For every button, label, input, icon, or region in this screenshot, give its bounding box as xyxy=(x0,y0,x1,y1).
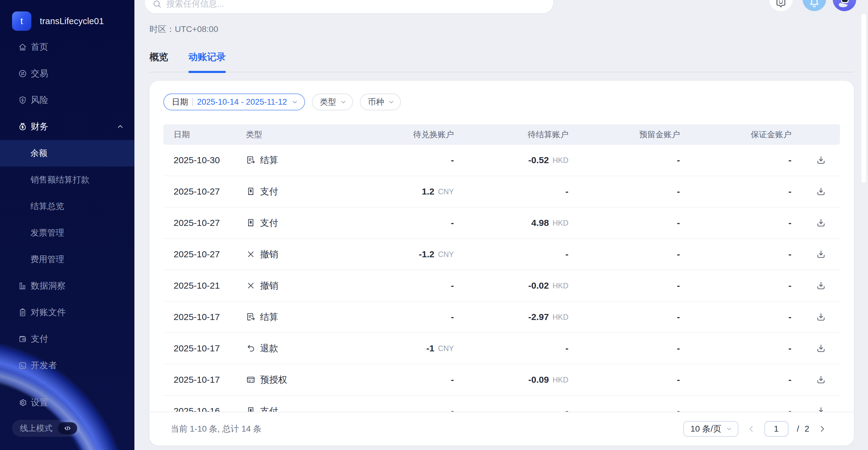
pagination: 10 条/页 / 2 xyxy=(683,421,827,437)
scrollbar-thumb[interactable] xyxy=(861,14,866,183)
cell-date: 2025-10-17 xyxy=(163,312,245,322)
tab-overview[interactable]: 概览 xyxy=(150,51,168,72)
online-mode-label: 线上模式 xyxy=(20,423,53,434)
currency-code: HKD xyxy=(553,156,568,165)
download-icon[interactable] xyxy=(816,155,826,165)
type-label: 支付 xyxy=(260,405,278,412)
download-icon[interactable] xyxy=(816,312,826,322)
sidebar-item-developer[interactable]: 开发者 xyxy=(0,352,134,379)
money-bag-icon xyxy=(18,122,27,131)
currency-filter[interactable]: 币种 xyxy=(360,93,401,110)
tab-account-movements[interactable]: 动账记录 xyxy=(188,51,226,72)
sidebar-item-fee-management[interactable]: 费用管理 xyxy=(0,246,134,273)
table-body: 2025-10-30 结算 - -0.52HKD - - 2025-10-27 … xyxy=(163,145,840,412)
sidebar-item-finance[interactable]: 财务 xyxy=(0,113,134,140)
table-row: 2025-10-27 撤销 -1.2CNY - - - xyxy=(163,239,840,270)
chevron-down-icon xyxy=(726,426,733,432)
payment-icon xyxy=(246,187,255,196)
download-icon[interactable] xyxy=(816,218,826,228)
page-size-select[interactable]: 10 条/页 xyxy=(683,421,738,437)
sidebar-item-label: 风险 xyxy=(31,94,48,106)
next-page-icon[interactable] xyxy=(818,424,827,433)
notifications-button[interactable] xyxy=(803,0,826,11)
currency-code: CNY xyxy=(438,250,454,259)
download-icon[interactable] xyxy=(816,280,826,291)
prev-page-icon[interactable] xyxy=(747,424,756,433)
col-header-settle-account: 待结算账户 xyxy=(456,129,570,140)
type-label: 撤销 xyxy=(260,279,278,292)
clipboard-icon xyxy=(18,308,27,317)
sidebar-item-label: 数据洞察 xyxy=(31,280,66,292)
settlement-icon xyxy=(246,155,255,165)
table-header: 日期 类型 待兑换账户 待结算账户 预留金账户 保证金账户 xyxy=(163,124,840,145)
type-label: 支付 xyxy=(260,217,278,229)
table-row-partial: 2025-10-16 支付 - - - - xyxy=(163,396,840,412)
search-input[interactable] xyxy=(166,0,546,9)
download-icon[interactable] xyxy=(816,374,826,385)
sidebar-item-data-insights[interactable]: 数据洞察 xyxy=(0,273,134,299)
currency-code: HKD xyxy=(553,313,568,322)
download-icon[interactable] xyxy=(816,186,826,197)
page-total: / 2 xyxy=(797,424,809,434)
sidebar-item-invoice-management[interactable]: 发票管理 xyxy=(0,219,134,246)
table-row: 2025-10-21 撤销 - -0.02HKD - - xyxy=(163,270,840,302)
sidebar-item-settings[interactable]: 设置 xyxy=(0,389,134,416)
sidebar-item-label: 支付 xyxy=(31,333,48,345)
type-filter-label: 类型 xyxy=(320,96,336,108)
app-header: t transLifecycle01 xyxy=(0,0,134,34)
chevron-down-icon xyxy=(388,98,395,106)
page-size-value: 10 条/页 xyxy=(690,423,721,434)
currency-code: HKD xyxy=(553,219,568,228)
exchange-icon xyxy=(18,69,27,78)
payment-icon xyxy=(246,218,255,228)
page-separator: / xyxy=(797,424,799,434)
sidebar-item-label: 费用管理 xyxy=(30,254,64,265)
sidebar-item-transactions[interactable]: 交易 xyxy=(0,60,134,87)
cell-date: 2025-10-27 xyxy=(163,218,245,228)
robot-icon xyxy=(837,0,852,10)
currency-code: CNY xyxy=(438,344,454,353)
date-range-filter[interactable]: 日期 2025-10-14 - 2025-11-12 xyxy=(163,93,305,110)
type-label: 结算 xyxy=(260,311,278,323)
page-number-input[interactable] xyxy=(764,421,788,437)
filter-bar: 日期 2025-10-14 - 2025-11-12 类型 币种 xyxy=(163,93,401,110)
global-search[interactable] xyxy=(144,0,554,14)
sidebar-item-balance[interactable]: 余额 xyxy=(0,140,134,167)
type-filter[interactable]: 类型 xyxy=(312,93,353,110)
sidebar-item-risk[interactable]: 风险 xyxy=(0,87,134,113)
type-label: 退款 xyxy=(260,342,278,355)
date-filter-label: 日期 xyxy=(172,96,188,108)
sidebar-item-payments[interactable]: 支付 xyxy=(0,326,134,352)
cell-date: 2025-10-17 xyxy=(163,374,245,385)
bell-icon xyxy=(808,0,821,9)
online-mode-toggle[interactable]: 线上模式 xyxy=(12,420,80,437)
sidebar-item-label: 结算总览 xyxy=(30,201,64,212)
sidebar-item-home[interactable]: 首页 xyxy=(0,34,134,60)
feedback-button[interactable] xyxy=(769,0,793,11)
search-icon xyxy=(153,0,161,8)
cell-date: 2025-10-16 xyxy=(163,406,245,412)
download-icon[interactable] xyxy=(816,406,826,412)
sidebar-item-settlement-overview[interactable]: 结算总览 xyxy=(0,193,134,219)
sidebar-item-reconciliation-files[interactable]: 对账文件 xyxy=(0,299,134,326)
total-pages: 2 xyxy=(804,424,809,434)
currency-code: CNY xyxy=(438,187,454,196)
download-icon[interactable] xyxy=(816,249,826,260)
app-title: transLifecycle01 xyxy=(40,16,104,26)
sidebar-item-label: 销售额结算打款 xyxy=(30,174,90,185)
currency-code: HKD xyxy=(553,281,568,290)
tabs: 概览 动账记录 xyxy=(150,51,854,72)
download-icon[interactable] xyxy=(816,343,826,354)
shield-icon xyxy=(18,96,27,104)
col-header-date: 日期 xyxy=(163,129,245,140)
timezone-value: UTC+08:00 xyxy=(175,24,218,34)
col-header-reserve-account: 预留金账户 xyxy=(570,129,682,140)
pagination-summary: 当前 1-10 条, 总计 14 条 xyxy=(170,423,261,434)
timezone-label: 时区： xyxy=(150,24,175,34)
table-row: 2025-10-27 支付 1.2CNY - - - xyxy=(163,176,840,208)
sidebar-item-label: 财务 xyxy=(31,121,48,133)
sidebar-item-sales-settlement-payout[interactable]: 销售额结算打款 xyxy=(0,167,134,193)
sidebar-item-label: 对账文件 xyxy=(31,306,66,319)
assistant-avatar[interactable] xyxy=(833,0,856,11)
main-content: 时区：UTC+08:00 概览 动账记录 日期 2025-10-14 - 202… xyxy=(134,0,868,450)
